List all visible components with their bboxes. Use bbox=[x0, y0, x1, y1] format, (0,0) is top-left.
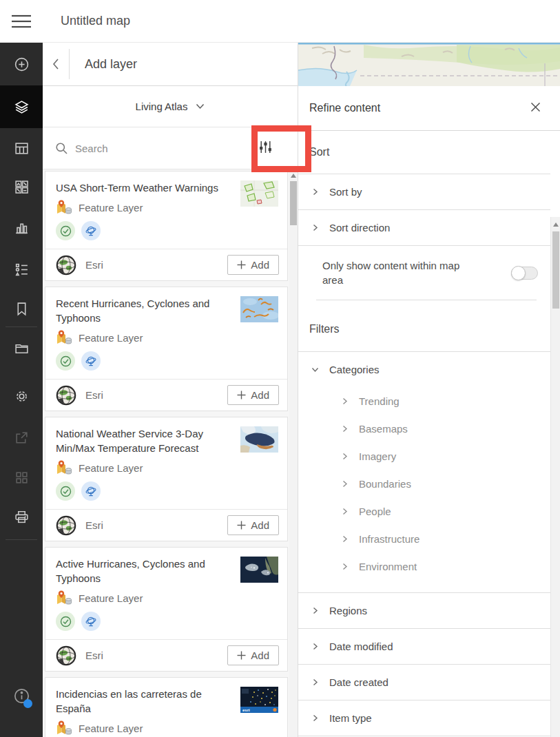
category-environment[interactable]: Environment bbox=[298, 552, 550, 580]
map-area-toggle-row: Only show content within map area bbox=[298, 246, 550, 300]
category-label: Environment bbox=[359, 561, 417, 572]
chevron-right-icon bbox=[311, 224, 319, 231]
header-divider bbox=[69, 49, 70, 79]
regions-accordion[interactable]: Regions bbox=[298, 593, 550, 629]
chevron-right-icon bbox=[311, 188, 319, 196]
scrollbar-thumb[interactable] bbox=[552, 231, 559, 309]
filter-sliders-icon bbox=[258, 140, 273, 154]
sort-direction-accordion[interactable]: Sort direction bbox=[298, 210, 550, 246]
plus-icon bbox=[237, 260, 246, 269]
category-people[interactable]: People bbox=[298, 497, 550, 525]
category-trending[interactable]: Trending bbox=[298, 387, 550, 415]
esri-avatar bbox=[56, 385, 76, 406]
card-footer: Esri Add bbox=[45, 639, 287, 671]
refine-scrollbar[interactable] bbox=[550, 217, 560, 737]
layer-card[interactable]: USA Short-Term Weather Warnings Feature … bbox=[45, 171, 288, 281]
layers-button[interactable] bbox=[0, 85, 43, 128]
chevron-down-icon bbox=[311, 366, 319, 373]
card-footer: Esri Add bbox=[45, 249, 287, 280]
bookmarks-button[interactable] bbox=[0, 289, 43, 328]
layer-source-dropdown[interactable]: Living Atlas bbox=[43, 86, 298, 127]
category-label: Boundaries bbox=[359, 478, 411, 490]
layer-thumbnail bbox=[240, 180, 278, 207]
tables-icon bbox=[14, 141, 30, 156]
date-modified-accordion[interactable]: Date modified bbox=[298, 629, 550, 665]
feature-layer-icon bbox=[56, 720, 72, 736]
sort-by-accordion[interactable]: Sort by bbox=[298, 174, 550, 210]
info-button[interactable] bbox=[0, 676, 43, 715]
add-layer-to-map-button[interactable]: Add bbox=[227, 515, 279, 535]
regions-label: Regions bbox=[329, 605, 367, 616]
charts-icon bbox=[14, 220, 30, 236]
map-area-toggle-label: Only show content within map area bbox=[322, 258, 479, 287]
layer-type-label: Feature Layer bbox=[79, 202, 143, 214]
category-basemaps[interactable]: Basemaps bbox=[298, 415, 550, 442]
layer-title: Incidencias en las carreteras de España bbox=[56, 687, 234, 716]
filters-heading: Filters bbox=[298, 300, 550, 352]
layer-thumbnail: esri bbox=[240, 687, 278, 713]
layer-card[interactable]: National Weather Service 3-Day Min/Max T… bbox=[45, 417, 288, 541]
bookmarks-icon bbox=[14, 301, 30, 317]
item-type-accordion[interactable]: Item type bbox=[298, 700, 550, 736]
charts-button[interactable] bbox=[0, 208, 43, 247]
close-button[interactable] bbox=[528, 99, 543, 117]
category-boundaries[interactable]: Boundaries bbox=[298, 470, 550, 497]
living-atlas-badge-icon bbox=[81, 221, 101, 240]
layer-type-label: Feature Layer bbox=[79, 462, 143, 474]
apps-icon bbox=[14, 470, 30, 486]
date-created-accordion[interactable]: Date created bbox=[298, 665, 550, 700]
back-button[interactable] bbox=[43, 43, 69, 86]
legend-button[interactable] bbox=[0, 250, 43, 289]
category-infrastructure[interactable]: Infrastructure bbox=[298, 525, 550, 552]
category-imagery[interactable]: Imagery bbox=[298, 442, 550, 470]
categories-accordion[interactable]: Categories bbox=[298, 352, 550, 387]
close-icon bbox=[530, 102, 541, 112]
tables-button[interactable] bbox=[0, 129, 43, 167]
layer-owner: Esri bbox=[85, 650, 103, 661]
menu-button[interactable] bbox=[0, 0, 43, 43]
add-layer-panel: Add layer Living Atlas bbox=[43, 43, 298, 737]
refine-content-button[interactable] bbox=[256, 137, 276, 159]
add-layer-scrollbar[interactable] bbox=[289, 169, 298, 737]
hamburger-icon bbox=[11, 14, 32, 29]
category-label: Basemaps bbox=[359, 423, 408, 435]
add-button-label: Add bbox=[251, 519, 269, 531]
basemap-button[interactable] bbox=[0, 167, 43, 206]
living-atlas-badge-icon bbox=[81, 351, 101, 371]
layer-type-label: Feature Layer bbox=[79, 332, 143, 344]
chevron-right-icon bbox=[341, 535, 349, 543]
settings-button[interactable] bbox=[0, 377, 43, 415]
scrollbar-thumb[interactable] bbox=[290, 181, 297, 225]
print-button[interactable] bbox=[0, 497, 43, 536]
layers-icon bbox=[14, 99, 30, 115]
category-label: Trending bbox=[359, 395, 400, 407]
scroll-up-arrow[interactable] bbox=[552, 220, 560, 229]
living-atlas-badge-icon bbox=[81, 481, 101, 501]
add-layer-to-map-button[interactable]: Add bbox=[227, 385, 279, 405]
thumbnail-logo-text: esri bbox=[242, 708, 250, 712]
save-open-button[interactable] bbox=[0, 329, 43, 368]
layer-card[interactable]: Recent Hurricanes, Cyclones and Typhoons… bbox=[45, 287, 288, 411]
add-layer-to-map-button[interactable]: Add bbox=[227, 255, 279, 275]
layer-card[interactable]: Incidencias en las carreteras de España … bbox=[45, 677, 288, 737]
settings-icon bbox=[14, 388, 30, 404]
card-footer: Esri Add bbox=[45, 509, 287, 541]
layer-card[interactable]: Active Hurricanes, Cyclones and Typhoons… bbox=[45, 547, 288, 672]
categories-label: Categories bbox=[329, 364, 380, 375]
map-title: Untitled map bbox=[61, 14, 130, 28]
share-button[interactable] bbox=[0, 418, 43, 457]
add-button[interactable] bbox=[0, 45, 43, 83]
authoritative-badge-icon bbox=[56, 481, 75, 501]
scroll-up-arrow[interactable] bbox=[289, 172, 298, 180]
layer-owner: Esri bbox=[85, 389, 103, 401]
plus-icon bbox=[237, 651, 246, 660]
esri-avatar bbox=[56, 515, 76, 536]
layer-title: Recent Hurricanes, Cyclones and Typhoons bbox=[56, 296, 234, 325]
apps-button[interactable] bbox=[0, 458, 43, 497]
search-input[interactable] bbox=[75, 143, 256, 154]
add-layer-to-map-button[interactable]: Add bbox=[227, 645, 279, 665]
chevron-left-icon bbox=[52, 58, 60, 70]
authoritative-badge-icon bbox=[56, 612, 75, 631]
map-canvas[interactable] bbox=[298, 43, 560, 86]
map-area-toggle[interactable] bbox=[511, 267, 538, 280]
